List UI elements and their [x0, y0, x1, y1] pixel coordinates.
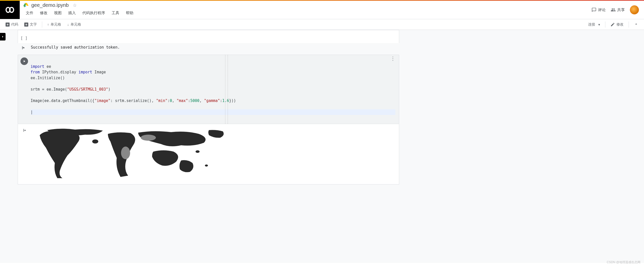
comment-icon: [591, 7, 597, 12]
toolbar: +代码 +文字 ↑单元格 ↓单元格 连接▾ 修改: [0, 19, 644, 30]
editing-button[interactable]: 修改: [608, 21, 626, 28]
svg-point-4: [162, 141, 167, 144]
svg-point-3: [92, 139, 98, 144]
document-title[interactable]: gee_demo.ipynb: [31, 2, 69, 8]
pencil-icon: [610, 22, 615, 27]
collapse-header-button[interactable]: [631, 20, 641, 29]
svg-point-7: [141, 135, 156, 141]
star-icon[interactable]: ☆: [73, 3, 77, 8]
share-button[interactable]: 共享: [611, 7, 625, 12]
add-text-button[interactable]: +文字: [22, 21, 39, 28]
chevron-down-icon: ▾: [598, 23, 600, 27]
execution-count: [ ]: [20, 36, 27, 40]
share-icon: [611, 7, 616, 12]
expand-sidebar-button[interactable]: [0, 33, 6, 40]
output-arrow-icon: [21, 46, 26, 50]
cursor-line: |: [31, 109, 395, 115]
arrow-down-icon: ↓: [67, 23, 69, 27]
svg-point-5: [196, 150, 200, 153]
app-header: gee_demo.ipynb ☆ 文件 修改 视图 插入 代码执行程序 工具 帮…: [0, 1, 644, 19]
cell-options-button[interactable]: ⋮: [390, 57, 395, 59]
connect-button[interactable]: 连接▾: [586, 21, 603, 28]
menu-view[interactable]: 视图: [52, 10, 64, 16]
output-image-world-map: [32, 128, 229, 181]
svg-point-6: [205, 165, 208, 167]
user-avatar[interactable]: [630, 5, 639, 14]
menu-file[interactable]: 文件: [23, 10, 36, 16]
arrow-up-icon: ↑: [47, 23, 49, 27]
cell-up-button[interactable]: ↑单元格: [45, 21, 64, 28]
watermark: CSDN @地理遥感生态网: [607, 260, 640, 263]
colab-logo[interactable]: [0, 1, 20, 19]
menu-help[interactable]: 帮助: [123, 10, 136, 16]
cell-output: [18, 124, 399, 185]
drive-icon: [23, 3, 29, 8]
plus-icon: +: [6, 23, 10, 27]
menu-insert[interactable]: 插入: [66, 10, 78, 16]
chevron-right-icon: [1, 35, 4, 38]
menu-runtime[interactable]: 代码执行程序: [80, 10, 108, 16]
notebook-area[interactable]: [ ] Successfully saved authorization tok…: [0, 30, 644, 263]
plus-icon: +: [24, 23, 28, 27]
code-cell[interactable]: import ee from IPython.display import Im…: [18, 55, 399, 124]
menu-bar: 文件 修改 视图 插入 代码执行程序 工具 帮助: [20, 8, 591, 19]
svg-point-8: [121, 147, 130, 159]
play-icon: [22, 59, 26, 63]
chevron-up-icon: [634, 22, 638, 26]
cell-output-text: Successfully saved authorization token.: [31, 45, 120, 50]
menu-edit[interactable]: 修改: [37, 10, 50, 16]
comment-button[interactable]: 评论: [591, 7, 606, 12]
cell-down-button[interactable]: ↓单元格: [65, 21, 84, 28]
output-arrow-icon: [23, 128, 27, 133]
menu-tools[interactable]: 工具: [109, 10, 122, 16]
code-editor[interactable]: import ee from IPython.display import Im…: [31, 55, 399, 124]
run-cell-button[interactable]: [20, 57, 28, 65]
add-code-button[interactable]: +代码: [3, 21, 21, 28]
